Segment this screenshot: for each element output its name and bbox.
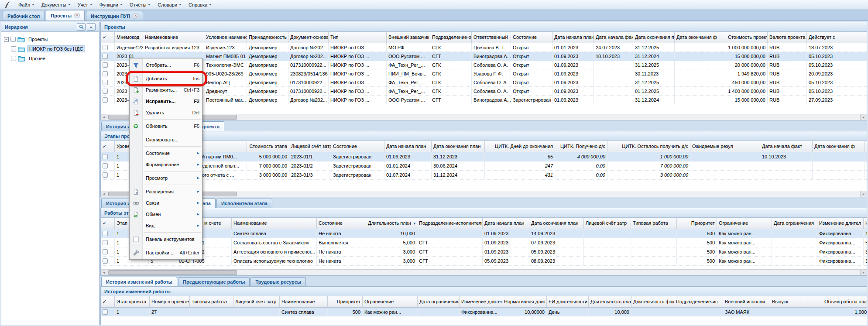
- column-header[interactable]: Объём работы пла: [804, 296, 867, 307]
- cell[interactable]: 31.12.2024: [633, 96, 675, 104]
- column-header[interactable]: ✓: [101, 32, 115, 43]
- cell[interactable]: 5,00000: [864, 238, 867, 247]
- cell[interactable]: 27.09.2023: [807, 96, 867, 104]
- row-checkbox-cell[interactable]: [101, 61, 115, 69]
- cell[interactable]: 15 000 000,00: [726, 96, 768, 104]
- column-header[interactable]: Условное наименова: [204, 32, 247, 43]
- cell[interactable]: 24.07.2023: [594, 43, 633, 51]
- close-icon[interactable]: ✕: [74, 13, 80, 18]
- row-checkbox-cell[interactable]: [101, 52, 115, 60]
- cell[interactable]: 05.09.2023: [529, 247, 584, 256]
- cell[interactable]: [584, 257, 631, 265]
- cell[interactable]: 017310000922...: [288, 87, 329, 95]
- row-checkbox-cell[interactable]: [101, 229, 115, 238]
- cell[interactable]: Постоянный маг...: [204, 96, 247, 104]
- cell[interactable]: 01.09.2023: [483, 229, 529, 238]
- cell[interactable]: [594, 87, 633, 95]
- cell[interactable]: 3,000: [366, 257, 417, 265]
- cell[interactable]: 1: [115, 308, 150, 316]
- column-header[interactable]: Состояние: [511, 32, 552, 43]
- cell[interactable]: 4 000 000,00: [555, 152, 607, 161]
- cell[interactable]: Договор №202...: [288, 43, 329, 51]
- cell[interactable]: RUB: [768, 78, 807, 86]
- checkbox-icon[interactable]: [103, 97, 108, 103]
- cell[interactable]: 0,00: [555, 161, 607, 170]
- column-header[interactable]: Нормативная длит: [502, 296, 547, 307]
- cell[interactable]: 5,000: [366, 238, 417, 247]
- column-header[interactable]: Дата ограничения: [772, 218, 817, 229]
- column-header[interactable]: Состояние: [331, 141, 384, 152]
- table-row[interactable]: 1501-СГТ-005Описать используемую техноло…: [101, 257, 867, 266]
- cell[interactable]: ФА_Техн_Рег_...: [387, 61, 430, 69]
- cell[interactable]: 14.09.2023: [529, 229, 584, 238]
- cell[interactable]: 500: [328, 308, 363, 316]
- cell[interactable]: СГТ: [417, 257, 483, 265]
- column-header[interactable]: Дата начала факт: [760, 141, 813, 152]
- cell[interactable]: [675, 69, 726, 78]
- panel-tab[interactable]: Исполнители этапа: [216, 199, 272, 208]
- cell[interactable]: 01.09.2023: [552, 96, 594, 104]
- context-menu-item-preview[interactable]: Просмотр▶: [130, 172, 202, 184]
- checkbox-icon[interactable]: [103, 45, 108, 50]
- cell[interactable]: 01.09.2023: [552, 69, 594, 78]
- cell[interactable]: 01.01.2023: [552, 43, 594, 51]
- cell[interactable]: [675, 96, 726, 104]
- cell[interactable]: Зарегистрирован: [331, 161, 384, 170]
- cell[interactable]: Зарегистрирован: [331, 152, 384, 161]
- cell[interactable]: Как можно ран...: [717, 257, 772, 265]
- column-header[interactable]: Дата окончания ф: [675, 32, 726, 43]
- cell[interactable]: СГК: [430, 78, 472, 86]
- context-menu-item-formation[interactable]: Формирование▶: [130, 159, 202, 170]
- column-header[interactable]: Примечание: [865, 141, 867, 152]
- cell[interactable]: 3 000 000,00: [247, 171, 289, 179]
- cell[interactable]: 01.09.2023: [483, 238, 529, 247]
- cell[interactable]: 01.09.2023: [384, 152, 432, 161]
- menubar-item-file[interactable]: Файл: [15, 1, 38, 8]
- cell[interactable]: Фиксированна...: [817, 229, 864, 238]
- column-header[interactable]: Стоимость этапа: [247, 141, 289, 152]
- scroll-left-icon[interactable]: ◄: [101, 114, 107, 120]
- scroll-right-icon[interactable]: ►: [860, 191, 867, 197]
- cell[interactable]: 01.12.2025: [633, 87, 675, 95]
- cell[interactable]: [772, 257, 817, 265]
- cell[interactable]: 31.12.2025: [633, 78, 675, 86]
- cell[interactable]: Открыт: [511, 52, 552, 60]
- table-row[interactable]: 2023-02Технология-ЭМСДемопример017310000…: [101, 61, 867, 69]
- column-header[interactable]: Дата окончания план: [529, 218, 584, 229]
- cell[interactable]: 3,00000: [864, 247, 867, 256]
- cell[interactable]: 08.09.2023: [529, 257, 584, 265]
- cell[interactable]: 1,000: [804, 308, 867, 316]
- scroll-left-icon[interactable]: ◄: [101, 191, 107, 197]
- column-header[interactable]: Подразделение-ис: [674, 296, 723, 307]
- context-menu-item-edit[interactable]: Исправить...F2: [130, 96, 202, 107]
- table-row[interactable]: 127Синтез сплава500Как можно ран...Фикси…: [101, 308, 867, 316]
- checkbox-icon[interactable]: [103, 172, 108, 178]
- cell[interactable]: Демопример: [247, 52, 288, 60]
- cell[interactable]: 10.10.2023: [594, 52, 633, 60]
- cell[interactable]: [675, 52, 726, 60]
- cell[interactable]: 01.07.2024: [384, 171, 432, 179]
- column-header[interactable]: Мнемокод: [115, 32, 143, 43]
- menubar-item-functions[interactable]: Функции: [96, 1, 126, 8]
- find-button[interactable]: [77, 23, 86, 31]
- cell[interactable]: ЗАО МАЯК: [723, 308, 770, 316]
- context-menu-item-delete[interactable]: УдалитьDel: [130, 107, 202, 118]
- table-row[interactable]: 2023-01Магнит ПМ085-01ДемопримерДоговор …: [101, 52, 867, 61]
- cell[interactable]: Как можно ран...: [363, 308, 418, 316]
- column-header[interactable]: Ограничение: [717, 218, 772, 229]
- cell[interactable]: 3,000: [366, 247, 417, 256]
- cell[interactable]: 1 000 000 000,00: [726, 43, 768, 51]
- cell[interactable]: 3,00000: [864, 257, 867, 265]
- cell[interactable]: Фиксированна...: [817, 247, 864, 256]
- cell[interactable]: Демопример: [247, 78, 288, 86]
- column-header[interactable]: Изменение длител: [817, 218, 864, 229]
- checkbox-icon[interactable]: [103, 309, 108, 315]
- cell[interactable]: 5 000 000,00: [247, 152, 289, 161]
- cell[interactable]: [813, 171, 865, 179]
- cell[interactable]: [417, 229, 483, 238]
- menubar-item-accounting[interactable]: Учёт: [74, 1, 96, 8]
- cell[interactable]: RUB: [768, 96, 807, 104]
- table-row[interactable]: 2023-03905-U020-23/269Демопример230823/0…: [101, 69, 867, 78]
- cell[interactable]: [418, 308, 460, 316]
- cell[interactable]: [631, 229, 677, 238]
